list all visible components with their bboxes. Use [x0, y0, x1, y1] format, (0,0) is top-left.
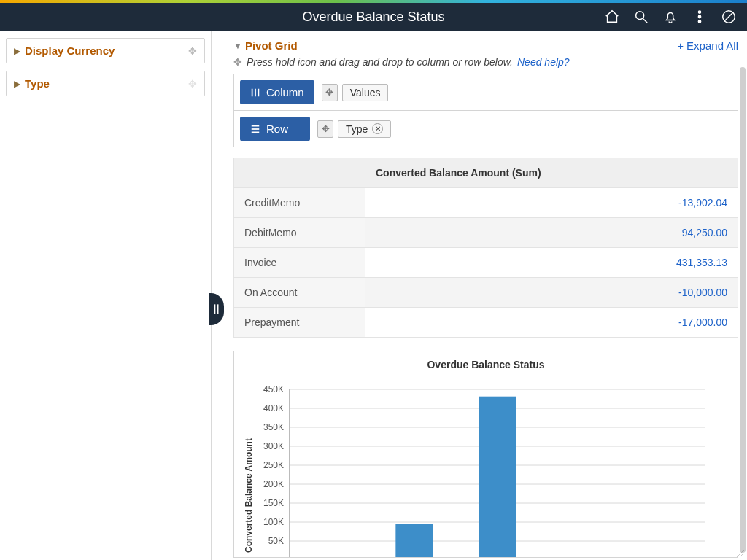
home-icon[interactable]	[604, 9, 620, 25]
svg-text:Converted Balance Amount: Converted Balance Amount	[244, 438, 254, 553]
svg-line-1	[643, 19, 648, 23]
resize-grip-icon[interactable]	[735, 548, 746, 559]
svg-text:200K: 200K	[263, 479, 284, 489]
more-vert-icon[interactable]	[692, 9, 708, 25]
svg-text:450K: 450K	[263, 384, 284, 394]
caret-right-icon: ▶	[14, 46, 20, 56]
column-zone-label: Column	[240, 80, 314, 104]
table-row: On Account-10,000.00	[234, 278, 738, 308]
chip-drag-handle[interactable]: ✥	[322, 84, 338, 101]
main-content: ▼ Pivot Grid + Expand All ✥ Press hold i…	[212, 31, 747, 560]
remove-chip-icon[interactable]: ✕	[372, 123, 383, 134]
value-cell[interactable]: -10,000.00	[365, 278, 738, 308]
svg-point-2	[698, 11, 700, 13]
caret-down-icon[interactable]: ▼	[233, 41, 242, 51]
svg-text:300K: 300K	[263, 441, 284, 451]
column-chip-values[interactable]: Values	[342, 84, 389, 101]
chip-drag-handle[interactable]: ✥	[317, 120, 333, 138]
sidebar-item-label: Type	[25, 77, 50, 90]
drag-hint-icon: ✥	[233, 56, 242, 68]
value-cell[interactable]: 431,353.13	[365, 248, 738, 278]
drag-handle-icon[interactable]: ✥	[188, 45, 197, 57]
sidebar-panel-type[interactable]: ▶ Type ✥	[6, 71, 205, 96]
row-header-cell[interactable]: Invoice	[234, 248, 365, 278]
measure-column-header[interactable]: Converted Balance Amount (Sum)	[365, 158, 738, 188]
svg-text:100K: 100K	[263, 517, 284, 527]
compass-icon[interactable]	[721, 9, 737, 25]
row-header-cell[interactable]: CreditMemo	[234, 188, 365, 218]
svg-point-4	[698, 20, 700, 23]
pivot-grid-title: Pivot Grid	[245, 39, 298, 52]
table-row: Prepayment-17,000.00	[234, 308, 738, 338]
svg-point-0	[636, 12, 644, 20]
pivot-config: Column ✥ Values Row ✥	[233, 74, 738, 147]
table-row: DebitMemo94,250.00	[234, 218, 738, 248]
chart-container: Overdue Balance Status 50K100K150K200K25…	[233, 351, 738, 558]
chart-title: Overdue Balance Status	[239, 359, 733, 370]
need-help-link[interactable]: Need help?	[517, 56, 570, 68]
svg-text:150K: 150K	[263, 498, 284, 508]
table-row: CreditMemo-13,902.04	[234, 188, 738, 218]
bar-chart: 50K100K150K200K250K300K350K400K450KConve…	[239, 375, 720, 557]
svg-text:250K: 250K	[263, 460, 284, 470]
row-header-cell[interactable]: DebitMemo	[234, 218, 365, 248]
row-header-cell[interactable]: On Account	[234, 278, 365, 308]
app-header: Overdue Balance Status	[0, 3, 747, 31]
svg-text:50K: 50K	[268, 536, 284, 546]
row-header-cell[interactable]: Prepayment	[234, 308, 365, 338]
value-cell[interactable]: 94,250.00	[365, 218, 738, 248]
scrollbar[interactable]	[740, 67, 746, 553]
sidebar-panel-display-currency[interactable]: ▶ Display Currency ✥	[6, 38, 205, 63]
svg-text:400K: 400K	[263, 403, 284, 413]
row-chip-type[interactable]: Type ✕	[338, 120, 391, 138]
rows-icon	[250, 124, 260, 134]
bar[interactable]	[395, 524, 433, 557]
value-cell[interactable]: -17,000.00	[365, 308, 738, 338]
table-corner-cell	[234, 158, 365, 188]
value-cell[interactable]: -13,902.04	[365, 188, 738, 218]
svg-text:350K: 350K	[263, 422, 284, 432]
svg-line-37	[743, 556, 744, 557]
drag-handle-icon: ✥	[188, 78, 197, 90]
row-zone-label: Row	[240, 117, 310, 141]
bar[interactable]	[479, 397, 516, 557]
drag-hint-text: Press hold icon and drag and drop to col…	[247, 56, 513, 68]
caret-right-icon: ▶	[14, 79, 20, 89]
columns-icon	[250, 88, 260, 98]
expand-all-link[interactable]: + Expand All	[677, 39, 738, 52]
filter-sidebar: ▶ Display Currency ✥ ▶ Type ✥	[0, 31, 212, 560]
search-icon[interactable]	[633, 9, 649, 25]
pivot-data-table: Converted Balance Amount (Sum) CreditMem…	[233, 158, 738, 338]
sidebar-item-label: Display Currency	[25, 44, 115, 57]
svg-point-3	[698, 15, 700, 18]
bell-icon[interactable]	[662, 9, 678, 25]
svg-line-6	[724, 12, 734, 22]
table-row: Invoice431,353.13	[234, 248, 738, 278]
